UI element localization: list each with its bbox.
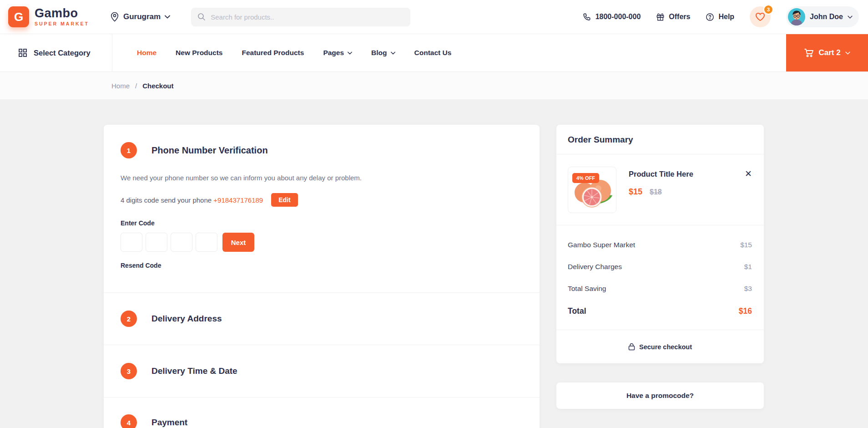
summary-row-value: $1 (744, 263, 752, 271)
cart-label: Cart 2 (818, 48, 840, 57)
code-sent-label: 4 digits code send your phone (121, 196, 212, 204)
nav-item-label: Home (137, 49, 156, 57)
chevron-down-icon (848, 15, 853, 19)
step-number-badge: 3 (121, 363, 137, 379)
order-totals: Gambo Super Market $15 Delivery Charges … (556, 225, 764, 330)
main-navbar: Select Category Home New Products Featur… (0, 34, 868, 72)
brand-logo[interactable]: G Gambo SUPER MARKET (8, 6, 89, 27)
promocode-label: Have a promocode? (626, 392, 694, 400)
cart-button[interactable]: Cart 2 (786, 34, 868, 71)
summary-row-label: Total Saving (568, 285, 606, 293)
grid-icon (18, 48, 27, 57)
offers-link[interactable]: Offers (656, 13, 690, 21)
chevron-down-icon (348, 51, 352, 55)
otp-digit-input-3[interactable] (171, 233, 192, 252)
chevron-down-icon (845, 51, 850, 55)
nav-item-contact-us[interactable]: Contact Us (414, 49, 452, 57)
summary-row-label: Delivery Charges (568, 263, 622, 271)
nav-item-label: Featured Products (242, 49, 304, 57)
help-link[interactable]: Help (706, 13, 734, 21)
remove-item-icon[interactable]: ✕ (745, 169, 752, 178)
next-button[interactable]: Next (222, 233, 254, 252)
cart-icon (804, 48, 814, 57)
summary-row: Total Saving $3 (568, 285, 752, 293)
step-title: Delivery Address (151, 314, 222, 324)
step-number-badge: 1 (121, 142, 137, 158)
product-original-price: $18 (650, 188, 662, 196)
secure-checkout-label: Secure checkout (639, 343, 692, 351)
top-header: G Gambo SUPER MARKET Gurugram (0, 0, 868, 34)
step-payment[interactable]: 4 Payment (104, 397, 540, 428)
nav-item-label: New Products (176, 49, 222, 57)
step-title: Phone Number Verification (151, 145, 268, 156)
user-name: John Doe (810, 13, 843, 21)
help-label: Help (718, 13, 734, 21)
chevron-down-icon (391, 51, 395, 55)
map-pin-icon (110, 12, 119, 22)
help-circle-icon (706, 13, 714, 21)
summary-row: Gambo Super Market $15 (568, 241, 752, 249)
total-label: Total (568, 306, 586, 316)
select-category-button[interactable]: Select Category (0, 34, 112, 71)
step-phone-verification: 1 Phone Number Verification We need your… (104, 125, 540, 292)
nav-item-new-products[interactable]: New Products (176, 49, 222, 57)
offers-label: Offers (669, 13, 690, 21)
brand-name: Gambo (35, 7, 89, 20)
lock-icon (628, 343, 635, 351)
nav-item-featured-products[interactable]: Featured Products (242, 49, 304, 57)
breadcrumb: Home / Checkout (0, 72, 868, 99)
cart-product-row: 4% OFF (556, 154, 764, 225)
phone-number-value: +918437176189 (213, 196, 263, 204)
gift-icon (656, 13, 665, 21)
nav-item-home[interactable]: Home (137, 49, 156, 57)
promocode-button[interactable]: Have a promocode? (556, 382, 764, 409)
avatar (788, 8, 805, 25)
location-selector[interactable]: Gurugram (110, 12, 170, 22)
summary-row: Delivery Charges $1 (568, 263, 752, 271)
summary-row-label: Gambo Super Market (568, 241, 635, 249)
step-title: Delivery Time & Date (151, 366, 237, 376)
step-delivery-address[interactable]: 2 Delivery Address (104, 293, 540, 345)
phone-icon (583, 13, 591, 21)
nav-links: Home New Products Featured Products Page… (137, 34, 451, 71)
enter-code-label: Enter Code (121, 219, 522, 227)
user-menu[interactable]: John Doe (786, 6, 859, 27)
select-category-label: Select Category (34, 49, 91, 57)
step-delivery-time-date[interactable]: 3 Delivery Time & Date (104, 345, 540, 397)
otp-digit-input-4[interactable] (196, 233, 217, 252)
nav-item-label: Contact Us (414, 49, 452, 57)
search-icon (197, 13, 206, 21)
step-number-badge: 4 (121, 414, 137, 428)
step-number-badge: 2 (121, 311, 137, 327)
order-summary-card: Order Summary 4% OFF (556, 125, 764, 363)
search-input[interactable] (211, 13, 404, 21)
product-price: $15 (629, 187, 642, 197)
secure-checkout: Secure checkout (556, 330, 764, 363)
brand-tagline: SUPER MARKET (35, 21, 89, 26)
step-title: Payment (151, 418, 187, 428)
phone-verification-description: We need your phone number so we can info… (121, 174, 522, 182)
brand-logo-icon: G (8, 6, 29, 27)
code-sent-text: 4 digits code send your phone +918437176… (121, 196, 263, 204)
total-value: $16 (739, 306, 752, 316)
breadcrumb-current: Checkout (142, 82, 173, 90)
nav-item-pages[interactable]: Pages (323, 49, 352, 57)
nav-item-blog[interactable]: Blog (371, 49, 395, 57)
checkout-steps-card: 1 Phone Number Verification We need your… (104, 125, 540, 428)
chevron-down-icon (165, 15, 170, 19)
edit-phone-button[interactable]: Edit (271, 193, 298, 207)
breadcrumb-separator: / (135, 82, 137, 90)
wishlist-button[interactable]: 3 (750, 6, 771, 27)
location-label: Gurugram (123, 12, 161, 21)
nav-item-label: Blog (371, 49, 387, 57)
support-phone[interactable]: 1800-000-000 (583, 13, 641, 21)
summary-row-value: $15 (740, 241, 752, 249)
otp-digit-input-1[interactable] (121, 233, 142, 252)
product-title: Product Title Here (629, 170, 693, 178)
otp-digit-input-2[interactable] (146, 233, 167, 252)
breadcrumb-home-link[interactable]: Home (111, 82, 130, 90)
summary-total-row: Total $16 (568, 306, 752, 316)
resend-code-link[interactable]: Resend Code (121, 262, 161, 269)
discount-badge: 4% OFF (572, 173, 599, 183)
product-image: 4% OFF (568, 167, 616, 213)
